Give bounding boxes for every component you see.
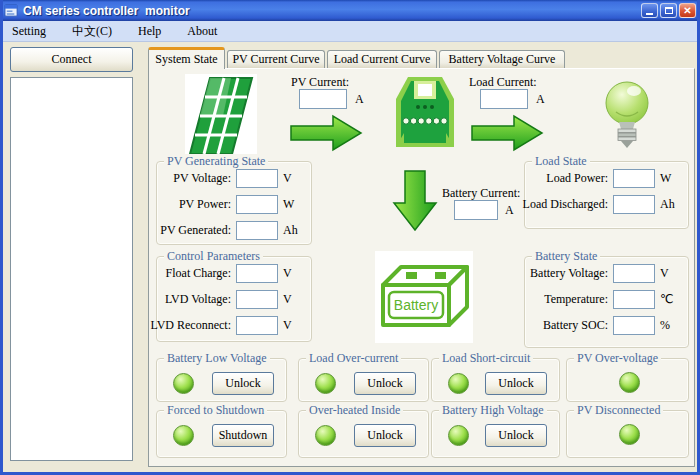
- menu-about[interactable]: About: [187, 24, 217, 39]
- group-load-short-circuit: Load Short-circuit Unlock: [431, 358, 560, 402]
- load-short-circuit-unlock-button[interactable]: Unlock: [485, 372, 547, 395]
- solar-panel-icon: [185, 74, 257, 158]
- battery-current-label: Battery Current:: [442, 186, 520, 201]
- pv-current-unit: A: [355, 92, 364, 107]
- minimize-icon: [646, 13, 653, 15]
- group-pv-generating-state: PV Generating State PV Voltage:V PV Powe…: [156, 161, 312, 245]
- battery-high-voltage-unlock-button[interactable]: Unlock: [485, 424, 547, 447]
- lvd-voltage-input[interactable]: [236, 290, 278, 309]
- group-control-parameters: Control Parameters Float Charge:V LVD Vo…: [156, 256, 312, 342]
- app-icon: [4, 3, 19, 18]
- over-heated-inside-unlock-button[interactable]: Unlock: [354, 424, 416, 447]
- group-load-state: Load State Load Power:W Load Discharged:…: [524, 161, 689, 229]
- group-battery-state: Battery State Battery Voltage:V Temperat…: [524, 256, 689, 348]
- lvd-voltage-label: LVD Voltage:: [165, 292, 231, 307]
- load-current-input[interactable]: [480, 89, 528, 109]
- battery-icon: Battery: [375, 251, 473, 343]
- title-bar[interactable]: CM series controller monitor ✕: [0, 0, 700, 21]
- battery-voltage-unit: V: [660, 266, 680, 281]
- load-current-label: Load Current:: [469, 75, 537, 90]
- group-title: Load Short-circuit: [439, 351, 533, 366]
- pv-power-label: PV Power:: [179, 197, 231, 212]
- lvd-reconnect-label: LVD Reconnect:: [150, 318, 231, 333]
- battery-low-voltage-led: [173, 373, 194, 394]
- load-discharged-unit: Ah: [660, 197, 680, 212]
- tab-battery-voltage-curve[interactable]: Battery Voltage Curve: [439, 50, 565, 68]
- over-heated-inside-led: [315, 425, 336, 446]
- group-title: PV Generating State: [164, 154, 268, 169]
- temperature-input[interactable]: [613, 290, 655, 309]
- lvd-reconnect-unit: V: [283, 318, 303, 333]
- group-load-over-current: Load Over-current Unlock: [298, 358, 429, 402]
- forced-to-shutdown-led: [173, 425, 194, 446]
- float-charge-unit: V: [283, 266, 303, 281]
- lvd-voltage-unit: V: [283, 292, 303, 307]
- group-title: PV Disconnected: [574, 403, 663, 418]
- battery-soc-input[interactable]: [613, 316, 655, 335]
- group-title: Load Over-current: [306, 351, 401, 366]
- load-discharged-input[interactable]: [613, 195, 655, 214]
- group-pv-over-voltage: PV Over-voltage: [566, 358, 689, 402]
- pv-current-input[interactable]: [299, 89, 347, 109]
- group-forced-to-shutdown: Forced to Shutdown Shutdown: [156, 410, 287, 458]
- battery-voltage-input[interactable]: [613, 264, 655, 283]
- connect-button[interactable]: Connect: [10, 47, 133, 72]
- controller-icon: [384, 73, 466, 153]
- arrow-right-pv-icon: [289, 114, 363, 152]
- group-title: Forced to Shutdown: [164, 403, 267, 418]
- menu-bar: Setting 中文(C) Help About: [0, 21, 700, 42]
- arrow-down-battery-icon: [392, 169, 438, 233]
- lvd-reconnect-input[interactable]: [236, 316, 278, 335]
- pv-over-voltage-led: [619, 372, 640, 393]
- group-pv-disconnected: PV Disconnected: [566, 410, 689, 458]
- arrow-right-load-icon: [470, 114, 544, 152]
- battery-current-input[interactable]: [454, 200, 498, 220]
- light-bulb-icon: [600, 76, 654, 156]
- battery-current-unit: A: [505, 203, 514, 218]
- device-list[interactable]: [10, 77, 133, 461]
- pv-power-input[interactable]: [236, 195, 278, 214]
- group-battery-high-voltage: Battery High Voltage Unlock: [431, 410, 560, 458]
- pv-generated-unit: Ah: [283, 223, 303, 238]
- load-over-current-led: [315, 373, 336, 394]
- group-over-heated-inside: Over-heated Inside Unlock: [298, 410, 429, 458]
- battery-icon-label: Battery: [394, 297, 438, 313]
- load-short-circuit-led: [448, 373, 469, 394]
- battery-low-voltage-unlock-button[interactable]: Unlock: [212, 372, 274, 395]
- system-state-page: PV Current: A Load Current: A: [148, 68, 695, 467]
- pv-voltage-label: PV Voltage:: [173, 171, 231, 186]
- menu-language[interactable]: 中文(C): [72, 23, 112, 40]
- battery-soc-unit: %: [660, 318, 680, 333]
- group-title: Load State: [532, 154, 590, 169]
- pv-disconnected-led: [619, 424, 640, 445]
- float-charge-label: Float Charge:: [166, 266, 231, 281]
- group-title: Over-heated Inside: [306, 403, 403, 418]
- app-window: CM series controller monitor ✕ Setting 中…: [0, 0, 700, 475]
- pv-current-label: PV Current:: [291, 75, 349, 90]
- maximize-button[interactable]: [660, 3, 677, 18]
- float-charge-input[interactable]: [236, 264, 278, 283]
- pv-generated-input[interactable]: [236, 221, 278, 240]
- menu-help[interactable]: Help: [138, 24, 161, 39]
- tab-pv-current-curve[interactable]: PV Current Curve: [227, 50, 325, 68]
- load-power-input[interactable]: [613, 169, 655, 188]
- group-title: Battery High Voltage: [439, 403, 547, 418]
- group-title: Battery State: [532, 249, 600, 264]
- battery-voltage-label: Battery Voltage:: [530, 266, 608, 281]
- group-title: Control Parameters: [164, 249, 263, 264]
- pv-voltage-input[interactable]: [236, 169, 278, 188]
- load-over-current-unlock-button[interactable]: Unlock: [354, 372, 416, 395]
- temperature-label: Temperature:: [544, 292, 608, 307]
- minimize-button[interactable]: [641, 3, 658, 18]
- menu-setting[interactable]: Setting: [12, 24, 46, 39]
- tab-system-state[interactable]: System State: [148, 47, 225, 69]
- temperature-unit: ℃: [660, 292, 680, 307]
- forced-to-shutdown-button[interactable]: Shutdown: [212, 424, 274, 447]
- battery-high-voltage-led: [448, 425, 469, 446]
- group-title: PV Over-voltage: [574, 351, 661, 366]
- window-title: CM series controller monitor: [23, 4, 641, 18]
- close-icon: ✕: [683, 6, 691, 16]
- group-battery-low-voltage: Battery Low Voltage Unlock: [156, 358, 287, 402]
- close-button[interactable]: ✕: [679, 3, 696, 18]
- tab-load-current-curve[interactable]: Load Current Curve: [327, 50, 437, 68]
